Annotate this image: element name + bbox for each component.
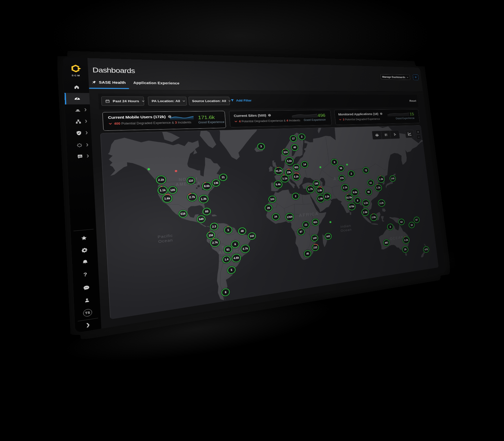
svg-text:2.1k: 2.1k [158, 178, 164, 181]
svg-text:60: 60 [400, 221, 403, 223]
svg-text:9.8k: 9.8k [353, 191, 357, 194]
svg-text:149: 149 [313, 237, 317, 240]
svg-text:28: 28 [267, 206, 270, 209]
svg-text:105: 105 [170, 188, 175, 191]
svg-text:1.1k: 1.1k [282, 177, 287, 180]
svg-text:1.7k: 1.7k [308, 188, 313, 190]
svg-text:136: 136 [214, 181, 218, 184]
svg-text:32.5k: 32.5k [346, 196, 352, 199]
svg-text:2.3: 2.3 [212, 225, 216, 228]
svg-text:1.8k: 1.8k [317, 189, 322, 192]
svg-text:2.8k: 2.8k [363, 211, 368, 214]
svg-text:651: 651 [313, 221, 318, 224]
svg-text:31.2k: 31.2k [275, 169, 282, 172]
svg-text:5.4k: 5.4k [276, 183, 281, 186]
svg-text:232: 232 [313, 246, 317, 249]
svg-text:1.1k: 1.1k [160, 189, 166, 192]
svg-text:1.4: 1.4 [225, 258, 229, 261]
svg-text:1.8k: 1.8k [318, 197, 323, 200]
svg-text:1.1k: 1.1k [376, 187, 380, 189]
svg-text:61: 61 [369, 181, 372, 184]
svg-text:156: 156 [208, 234, 213, 237]
svg-text:2.8k: 2.8k [371, 216, 376, 219]
svg-text:3.2k: 3.2k [325, 195, 330, 198]
svg-text:24: 24 [274, 215, 277, 218]
svg-text:49: 49 [293, 146, 296, 149]
svg-text:2.2k: 2.2k [379, 202, 384, 204]
svg-text:1.6k: 1.6k [164, 197, 170, 200]
svg-text:2.7k: 2.7k [189, 196, 195, 199]
svg-text:831: 831 [294, 166, 298, 169]
svg-text:61: 61 [226, 248, 230, 251]
svg-text:15: 15 [411, 224, 413, 227]
svg-text:67: 67 [415, 219, 418, 221]
svg-text:478: 478 [424, 248, 428, 251]
svg-text:675k: 675k [349, 205, 355, 208]
svg-text:443: 443 [326, 235, 330, 238]
svg-text:14: 14 [303, 163, 306, 166]
svg-text:89: 89 [205, 210, 208, 213]
svg-text:376: 376 [340, 177, 344, 180]
svg-text:485: 485 [384, 241, 388, 244]
svg-text:8.6k: 8.6k [204, 184, 210, 187]
svg-text:19k: 19k [287, 171, 291, 174]
svg-text:516: 516 [181, 212, 186, 216]
svg-text:549: 549 [199, 217, 204, 221]
svg-text:72: 72 [365, 169, 367, 172]
svg-text:1.5k: 1.5k [364, 202, 368, 204]
svg-text:25: 25 [404, 248, 407, 251]
svg-text:103: 103 [270, 198, 275, 201]
svg-text:45: 45 [306, 252, 309, 255]
svg-text:132: 132 [188, 179, 194, 182]
svg-text:2.1k: 2.1k [343, 186, 347, 189]
svg-text:196: 196 [314, 182, 319, 185]
svg-text:90: 90 [367, 191, 370, 193]
svg-text:17: 17 [292, 137, 295, 140]
svg-text:48: 48 [241, 230, 244, 233]
svg-text:140: 140 [391, 177, 395, 180]
svg-text:22: 22 [304, 224, 307, 226]
svg-text:97: 97 [300, 230, 303, 233]
svg-text:95: 95 [340, 167, 342, 169]
svg-text:2.1k: 2.1k [294, 175, 299, 178]
svg-text:21: 21 [221, 176, 225, 179]
svg-text:3.5k: 3.5k [287, 160, 292, 162]
svg-text:143: 143 [249, 235, 254, 238]
svg-text:1.3k: 1.3k [201, 198, 207, 201]
svg-text:374: 374 [283, 151, 288, 154]
svg-text:1.3k: 1.3k [379, 178, 383, 181]
